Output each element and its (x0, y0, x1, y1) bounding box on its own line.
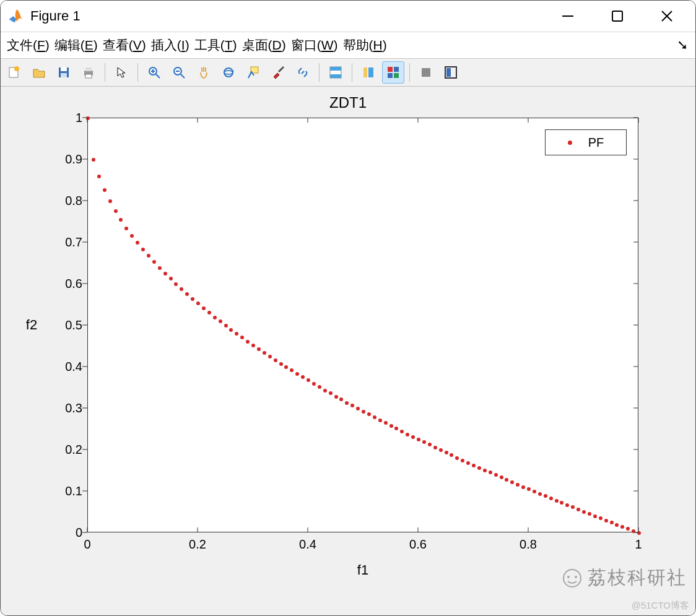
ytick-label: 1 (51, 111, 82, 125)
minimize-button[interactable] (555, 4, 580, 28)
data-point (92, 158, 95, 162)
data-point (345, 401, 349, 405)
data-point (119, 218, 123, 222)
data-point (411, 435, 415, 439)
hide-tools-icon[interactable] (415, 61, 437, 84)
data-point (599, 516, 602, 520)
svg-rect-24 (330, 67, 341, 71)
menu-i[interactable]: 插入(I) (149, 37, 192, 53)
legend[interactable]: PF (545, 129, 627, 155)
chart-title: ZDT1 (1, 94, 695, 111)
svg-point-5 (14, 66, 19, 71)
xtick-label: 0.2 (189, 537, 206, 552)
pointer-icon[interactable] (110, 61, 133, 84)
data-point (334, 395, 338, 399)
data-point (367, 412, 371, 416)
data-point (235, 332, 238, 336)
close-button[interactable] (655, 4, 679, 28)
colorbar-icon[interactable] (324, 61, 347, 84)
data-point (108, 199, 112, 203)
data-point (500, 475, 503, 479)
data-point (114, 209, 118, 213)
menu-f[interactable]: 文件(F) (4, 37, 52, 53)
data-point (521, 485, 525, 489)
legend-label: PF (588, 136, 604, 150)
data-point (620, 525, 624, 529)
ytick-label: 0.2 (51, 443, 82, 457)
svg-rect-25 (330, 74, 341, 78)
data-point (97, 175, 101, 178)
data-point (428, 443, 432, 446)
open-icon[interactable] (28, 61, 50, 84)
menu-t[interactable]: 工具(T) (192, 37, 240, 53)
data-point (450, 453, 453, 457)
data-point (439, 448, 443, 452)
ytick-label: 0.6 (51, 277, 82, 291)
titlebar: Figure 1 (1, 1, 695, 32)
data-point (301, 375, 305, 379)
data-point (615, 523, 619, 527)
data-point (538, 492, 542, 496)
menu-h[interactable]: 帮助(H) (341, 37, 389, 53)
data-point (422, 440, 426, 444)
data-point (560, 501, 563, 505)
data-point (263, 351, 266, 355)
save-icon[interactable] (53, 61, 75, 84)
data-point (555, 499, 559, 503)
svg-rect-27 (368, 67, 373, 77)
plot-tools-icon[interactable] (382, 61, 404, 84)
zoom-out-icon[interactable] (168, 61, 190, 84)
y-axis-label: f2 (23, 118, 40, 532)
data-point (527, 487, 531, 491)
ytick-label: 0.8 (51, 194, 82, 208)
watermark-blog: @51CTO博客 (632, 600, 689, 612)
data-point (373, 415, 376, 419)
data-point (257, 347, 261, 351)
data-point (251, 344, 255, 347)
maximize-button[interactable] (605, 4, 630, 28)
data-point (307, 378, 310, 382)
menu-v[interactable]: 查看(V) (100, 37, 149, 53)
data-point (400, 430, 404, 433)
menubar: 文件(F)编辑(E)查看(V)插入(I)工具(T)桌面(D)窗口(W)帮助(H)… (1, 32, 695, 58)
data-point (268, 355, 272, 358)
pan-icon[interactable] (193, 61, 215, 84)
data-point (141, 248, 145, 251)
matlab-logo-icon (7, 7, 24, 25)
svg-rect-32 (422, 68, 430, 77)
dock-icon[interactable] (440, 61, 462, 84)
data-point (466, 461, 470, 465)
svg-line-13 (156, 74, 160, 78)
data-point (406, 433, 409, 436)
print-icon[interactable] (77, 61, 100, 84)
dock-arrow-icon[interactable]: ➘ (677, 37, 692, 53)
data-point (505, 478, 508, 482)
figure-area: ZDT1 PF f2 f1 00.10.20.30.40.50.60.70.80… (1, 87, 695, 615)
data-point (163, 272, 167, 275)
link-icon[interactable] (292, 61, 314, 84)
data-point (295, 372, 299, 376)
brush-icon[interactable] (267, 61, 289, 84)
menu-d[interactable]: 桌面(D) (240, 37, 289, 53)
insert-legend-icon[interactable] (357, 61, 380, 84)
menu-w[interactable]: 窗口(W) (289, 37, 341, 53)
axes[interactable]: PF (87, 118, 638, 532)
data-point (339, 397, 343, 401)
data-point (229, 328, 233, 332)
rotate3d-icon[interactable] (217, 61, 240, 84)
data-point (378, 419, 382, 422)
data-cursor-icon[interactable] (242, 61, 264, 84)
data-point (477, 466, 481, 470)
ytick-label: 0.4 (51, 360, 82, 374)
menu-e[interactable]: 编辑(E) (52, 37, 100, 53)
svg-rect-26 (363, 67, 367, 77)
new-figure-icon[interactable] (3, 61, 25, 84)
data-point (604, 519, 608, 523)
data-point (224, 324, 228, 328)
data-point (593, 514, 597, 518)
zoom-in-icon[interactable] (143, 61, 165, 84)
data-point (219, 319, 222, 323)
data-point (384, 421, 388, 425)
data-point (389, 424, 393, 428)
data-point (207, 311, 211, 315)
